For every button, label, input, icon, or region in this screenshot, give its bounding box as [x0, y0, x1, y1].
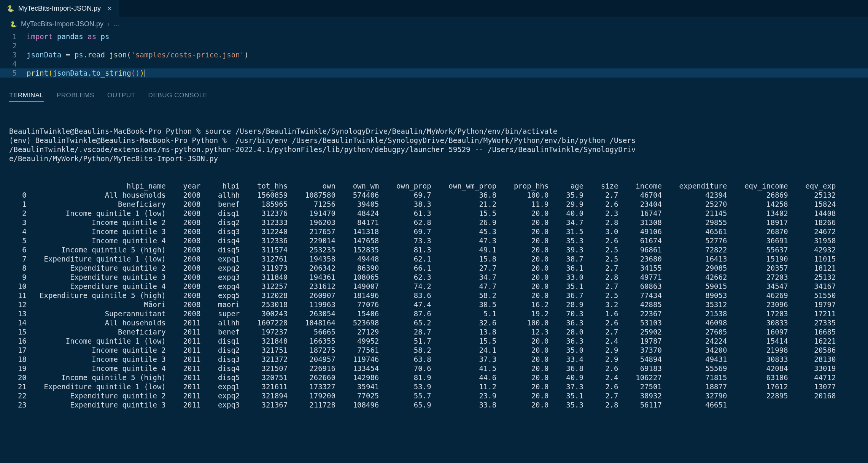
- panel-tabs: TERMINAL PROBLEMS OUTPUT DEBUG CONSOLE: [0, 86, 868, 104]
- tab-file[interactable]: 🐍 MyTecBits-Import-JSON.py ✕: [0, 0, 119, 17]
- close-icon[interactable]: ✕: [107, 5, 112, 12]
- text-cursor: [145, 70, 145, 77]
- terminal-table: hlpi_name year hlpi tot_hhs own own_wm o…: [9, 181, 868, 409]
- code-line[interactable]: [27, 59, 868, 68]
- python-icon: 🐍: [7, 5, 14, 12]
- tab-terminal[interactable]: TERMINAL: [9, 90, 44, 102]
- code-line[interactable]: [27, 41, 868, 50]
- tab-bar: 🐍 MyTecBits-Import-JSON.py ✕: [0, 0, 868, 17]
- tab-problems[interactable]: PROBLEMS: [57, 90, 94, 102]
- terminal-preamble: BeaulinTwinkle@Beaulins-MacBook-Pro Pyth…: [9, 127, 868, 163]
- line-number: 3: [0, 50, 27, 59]
- line-number: 4: [0, 59, 27, 68]
- breadcrumb-file[interactable]: MyTecBits-Import-JSON.py: [21, 20, 103, 28]
- tab-filename: MyTecBits-Import-JSON.py: [18, 5, 101, 13]
- code-line[interactable]: jsonData = ps.read_json('samples/costs-p…: [27, 50, 868, 59]
- line-number: 2: [0, 41, 27, 50]
- breadcrumb: 🐍 MyTecBits-Import-JSON.py › ...: [0, 17, 868, 30]
- python-icon: 🐍: [10, 21, 17, 28]
- tab-output[interactable]: OUTPUT: [107, 90, 135, 102]
- terminal-output[interactable]: BeaulinTwinkle@Beaulins-MacBook-Pro Pyth…: [0, 104, 868, 419]
- code-line[interactable]: print(jsonData.to_string()): [27, 68, 868, 78]
- code-line[interactable]: import pandas as ps: [27, 32, 868, 41]
- line-number: 5: [0, 68, 27, 78]
- chevron-right-icon: ›: [107, 20, 110, 28]
- tab-debug-console[interactable]: DEBUG CONSOLE: [148, 90, 208, 102]
- code-editor[interactable]: 1 import pandas as ps 2 3 jsonData = ps.…: [0, 30, 868, 81]
- breadcrumb-more[interactable]: ...: [113, 20, 119, 28]
- line-number: 1: [0, 32, 27, 41]
